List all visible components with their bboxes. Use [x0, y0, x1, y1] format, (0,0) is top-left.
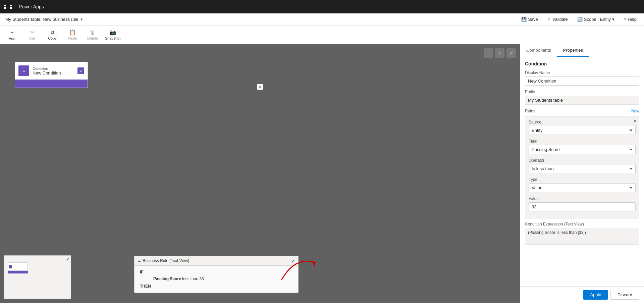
toolbar: ＋ Add ✂ Cut ⧉ Copy 📋 Paste 🗑 Delete 📷 Sn…: [0, 26, 644, 44]
paste-button[interactable]: 📋 Paste: [63, 26, 82, 44]
condition-check-icon: ✓: [77, 67, 84, 74]
operator-field: Operator Is less than Is greater than Is…: [529, 158, 636, 173]
condition-node[interactable]: ≡ Condition New Condition ✓: [15, 62, 88, 88]
business-rule-icon: ≡: [138, 258, 141, 263]
svg-marker-0: [311, 260, 315, 267]
canvas-controls: − + ⤢: [484, 48, 516, 58]
rule-card-close-button[interactable]: ✕: [633, 118, 637, 123]
source-label: Source: [529, 120, 636, 124]
display-name-input[interactable]: [525, 77, 639, 86]
display-name-field: Display Name: [525, 70, 639, 86]
mini-map: ⤢: [4, 255, 71, 299]
discard-button[interactable]: Discard: [610, 290, 639, 300]
business-rule-body: IF Passing Score less than 33 THEN: [135, 266, 298, 293]
main-layout: − + ⤢ ≡ Condition New Condition ✓: [0, 44, 644, 303]
value-label: Value: [529, 196, 636, 201]
snapshot-button[interactable]: 📷 Snapshot: [103, 26, 122, 44]
save-button[interactable]: 💾 Save: [519, 15, 540, 23]
panel-tabs: Components Properties: [520, 44, 644, 57]
copy-button[interactable]: ⧉ Copy: [43, 26, 62, 44]
field-label: Field: [529, 139, 636, 144]
zoom-out-button[interactable]: −: [484, 48, 493, 58]
app-title: Power Apps: [19, 4, 44, 9]
zoom-in-button[interactable]: +: [495, 48, 504, 58]
tab-properties[interactable]: Properties: [557, 44, 589, 57]
panel-section-title: Condition: [525, 61, 639, 66]
canvas[interactable]: − + ⤢ ≡ Condition New Condition ✓: [0, 44, 520, 303]
cut-button[interactable]: ✂ Cut: [23, 26, 42, 44]
value-input[interactable]: [529, 202, 636, 211]
help-button[interactable]: ? Help: [622, 15, 639, 23]
business-rule-expand-button[interactable]: ⤢: [291, 258, 295, 263]
delete-icon: 🗑: [90, 30, 95, 36]
condition-node-footer: [15, 80, 88, 88]
entity-label: Entity: [525, 90, 639, 94]
field-field: Field Passing Score: [529, 139, 636, 154]
scope-chevron-icon: ▾: [612, 17, 614, 22]
zoom-out-icon: −: [487, 50, 490, 56]
entity-value: My Students table: [525, 96, 639, 105]
topbar: Power Apps: [0, 0, 644, 13]
source-field: Source Entity Value: [529, 120, 636, 135]
zoom-in-icon: +: [498, 50, 501, 56]
add-icon: ＋: [9, 29, 15, 36]
fit-icon: ⤢: [509, 50, 513, 56]
rules-section: Rules + New ✕ Source Entity Value Field: [525, 109, 639, 219]
type-field: Type Value Field Formula: [529, 177, 636, 192]
save-icon: 💾: [521, 17, 527, 22]
condition-name-label: New Condition: [33, 70, 74, 75]
subtitlebar: My Students table: New business rule ▾ 💾…: [0, 13, 644, 26]
copy-icon: ⧉: [51, 30, 54, 36]
operator-select[interactable]: Is less than Is greater than Is equal to…: [529, 164, 636, 173]
delete-button[interactable]: 🗑 Delete: [83, 26, 102, 44]
chevron-down-icon[interactable]: ▾: [80, 17, 83, 22]
business-rule-if-label: IF: [140, 270, 293, 274]
type-select[interactable]: Value Field Formula: [529, 183, 636, 192]
rules-label: Rules: [525, 109, 535, 113]
mini-map-expand-button[interactable]: ⤢: [66, 257, 69, 262]
breadcrumb-title: My Students table: New business rule: [5, 17, 78, 22]
apply-button[interactable]: Apply: [583, 290, 608, 300]
condition-icon: ≡: [18, 65, 29, 76]
rules-header: Rules + New: [525, 109, 639, 113]
app-grid-icon[interactable]: [4, 5, 15, 9]
operator-label: Operator: [529, 158, 636, 163]
scope-icon: 🔄: [577, 17, 583, 22]
condition-type-label: Condition: [33, 66, 74, 70]
snapshot-icon: 📷: [109, 29, 116, 36]
fit-button[interactable]: ⤢: [506, 48, 516, 58]
paste-icon: 📋: [69, 29, 76, 36]
source-select[interactable]: Entity Value: [529, 126, 636, 135]
business-rule-header: ≡ Business Rule (Text View) ⤢: [135, 256, 298, 266]
condition-expression-label: Condition Expression (Text View): [525, 222, 639, 226]
validate-button[interactable]: ✓ Validate: [545, 15, 570, 23]
business-rule-condition: Passing Score less than 33: [153, 276, 293, 281]
condition-node-close-button[interactable]: ✕: [257, 84, 263, 90]
tab-components[interactable]: Components: [520, 44, 557, 57]
cut-icon: ✂: [30, 29, 35, 36]
condition-expression-value: (Passing Score Is less than [33]): [525, 228, 639, 245]
business-rule-then-label: THEN: [140, 284, 293, 289]
display-name-label: Display Name: [525, 70, 639, 75]
type-label: Type: [529, 177, 636, 182]
condition-expression-section: Condition Expression (Text View) (Passin…: [525, 222, 639, 245]
condition-node-text: Condition New Condition: [33, 66, 74, 75]
mini-map-node: [8, 262, 28, 276]
panel-body: Condition Display Name Entity My Student…: [520, 57, 644, 286]
scope-button[interactable]: 🔄 Scope : Entity ▾: [575, 15, 616, 23]
rule-card: ✕ Source Entity Value Field Passing Scor…: [525, 116, 639, 219]
rules-new-button[interactable]: + New: [628, 109, 639, 113]
add-button[interactable]: ＋ Add: [3, 26, 21, 44]
field-select[interactable]: Passing Score: [529, 145, 636, 154]
business-rule-box: ≡ Business Rule (Text View) ⤢ IF Passing…: [134, 256, 299, 293]
entity-field: Entity My Students table: [525, 90, 639, 105]
help-icon: ?: [624, 17, 626, 22]
panel-actions: Apply Discard: [520, 286, 644, 303]
business-rule-title: Business Rule (Text View): [143, 258, 189, 263]
validate-icon: ✓: [547, 17, 551, 22]
properties-panel: Components Properties Condition Display …: [520, 44, 644, 303]
value-field: Value: [529, 196, 636, 211]
